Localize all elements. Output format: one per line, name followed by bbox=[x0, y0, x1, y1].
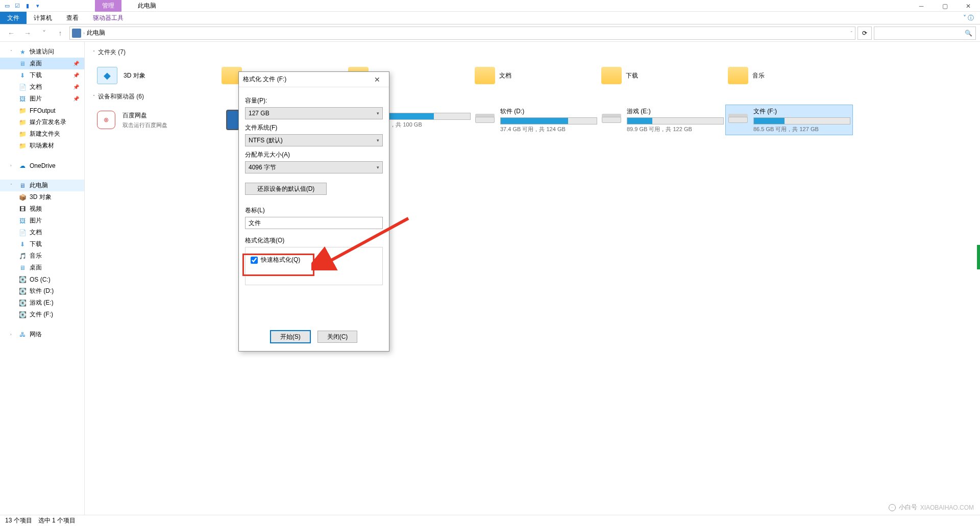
folder-icon bbox=[601, 67, 622, 84]
quick-format-input[interactable] bbox=[251, 257, 258, 264]
quick-format-checkbox[interactable]: 快速格式化(Q) bbox=[251, 256, 377, 264]
status-selected: 选中 1 个项目 bbox=[38, 516, 76, 525]
ribbon-expand-icon[interactable]: ˅ ⓘ bbox=[963, 12, 980, 24]
filesystem-select[interactable]: NTFS (默认)▾ bbox=[245, 134, 383, 146]
sidebar-documents2[interactable]: 📄文档 bbox=[0, 227, 84, 238]
status-bar: 13 个项目 选中 1 个项目 bbox=[0, 515, 980, 526]
close-dialog-button[interactable]: 关闭(C) bbox=[317, 331, 358, 343]
allocation-label: 分配单元大小(A) bbox=[245, 151, 383, 159]
title-bar: ▭ ☑ ▮ ▾ 管理 此电脑 ─ ▢ ✕ bbox=[0, 0, 980, 12]
3d-icon: 📦 bbox=[18, 193, 27, 202]
chevron-down-icon: ▾ bbox=[377, 138, 379, 143]
tab-view[interactable]: 查看 bbox=[59, 12, 86, 24]
close-button[interactable]: ✕ bbox=[957, 0, 980, 12]
drive-d[interactable]: 软件 (D:)37.4 GB 可用，共 124 GB bbox=[473, 105, 599, 135]
network-icon: 🖧 bbox=[18, 331, 27, 339]
disk-icon: 💽 bbox=[18, 311, 27, 319]
drive-e[interactable]: 游戏 (E:)89.9 GB 可用，共 122 GB bbox=[599, 105, 726, 135]
volume-input[interactable] bbox=[245, 217, 383, 229]
capacity-select[interactable]: 127 GB▾ bbox=[245, 107, 383, 119]
document-icon: 📄 bbox=[18, 83, 27, 91]
folder-downloads[interactable]: 下载 bbox=[599, 61, 726, 90]
sidebar-ffoutput[interactable]: 📁FFOutput bbox=[0, 105, 84, 116]
capacity-label: 容量(P): bbox=[245, 96, 383, 105]
refresh-button[interactable]: ⟳ bbox=[857, 27, 872, 40]
disk-icon bbox=[728, 110, 748, 130]
qat-dropdown-icon[interactable]: ▾ bbox=[34, 2, 42, 10]
sidebar-media[interactable]: 📁媒介宣发名录 bbox=[0, 116, 84, 128]
disk-icon: 💽 bbox=[18, 299, 27, 307]
recent-dropdown[interactable]: ˅ bbox=[37, 26, 51, 40]
folder-documents[interactable]: 文档 bbox=[473, 61, 599, 90]
sidebar-videos[interactable]: 🎞视频 bbox=[0, 203, 84, 215]
folder-icon: 📁 bbox=[18, 130, 27, 138]
minimize-button[interactable]: ─ bbox=[910, 0, 933, 12]
music-icon: 🎵 bbox=[18, 252, 27, 260]
folder-icon: 📁 bbox=[18, 118, 27, 127]
scrollbar-marker bbox=[977, 245, 980, 269]
chevron-down-icon: ▾ bbox=[377, 165, 379, 170]
download-icon: ⬇ bbox=[18, 240, 27, 248]
dialog-close-button[interactable]: ✕ bbox=[370, 76, 385, 84]
disk-icon bbox=[601, 110, 622, 130]
sidebar-career[interactable]: 📁职场素材 bbox=[0, 140, 84, 152]
status-count: 13 个项目 bbox=[5, 516, 32, 525]
picture-icon: 🖼 bbox=[18, 217, 27, 225]
disk-icon: 💽 bbox=[18, 287, 27, 295]
sidebar-downloads2[interactable]: ⬇下载 bbox=[0, 238, 84, 250]
sidebar-documents[interactable]: 📄文档📌 bbox=[0, 81, 84, 93]
address-text: 此电脑 bbox=[87, 29, 105, 37]
folder-icon: 📁 bbox=[18, 107, 27, 115]
sidebar-downloads[interactable]: ⬇下载📌 bbox=[0, 69, 84, 81]
video-icon: 🎞 bbox=[18, 205, 27, 213]
desktop-icon: 🖥 bbox=[18, 264, 27, 272]
format-dialog: 格式化 文件 (F:) ✕ 容量(P): 127 GB▾ 文件系统(F) NTF… bbox=[238, 71, 389, 352]
sidebar-pictures2[interactable]: 🖼图片 bbox=[0, 215, 84, 227]
pin-icon: 📌 bbox=[73, 61, 79, 66]
sidebar-os-c[interactable]: 💽OS (C:) bbox=[0, 273, 84, 285]
tab-computer[interactable]: 计算机 bbox=[27, 12, 59, 24]
sidebar-onedrive[interactable]: ›☁OneDrive bbox=[0, 160, 84, 171]
group-folders[interactable]: ˅文件夹 (7) bbox=[93, 48, 972, 57]
sidebar-desktop2[interactable]: 🖥桌面 bbox=[0, 262, 84, 273]
drive-f[interactable]: 文件 (F:)86.5 GB 可用，共 127 GB bbox=[726, 105, 852, 135]
sidebar-soft-d[interactable]: 💽软件 (D:) bbox=[0, 285, 84, 297]
qat-checkbox-icon[interactable]: ☑ bbox=[13, 2, 21, 10]
sidebar-this-pc[interactable]: ˅🖥此电脑 bbox=[0, 180, 84, 191]
sidebar-game-e[interactable]: 💽游戏 (E:) bbox=[0, 297, 84, 309]
allocation-select[interactable]: 4096 字节▾ bbox=[245, 161, 383, 173]
sidebar-pictures[interactable]: 🖼图片📌 bbox=[0, 93, 84, 105]
window-title: 此电脑 bbox=[138, 2, 156, 10]
options-group: 快速格式化(Q) bbox=[245, 247, 383, 285]
star-icon: ★ bbox=[18, 48, 27, 56]
qat-separator: ▮ bbox=[23, 2, 32, 10]
tab-file[interactable]: 文件 bbox=[0, 12, 27, 24]
sidebar: ˅★快速访问 🖥桌面📌 ⬇下载📌 📄文档📌 🖼图片📌 📁FFOutput 📁媒介… bbox=[0, 42, 85, 515]
folder-music[interactable]: 音乐 bbox=[726, 61, 852, 90]
folder-3d-objects[interactable]: ◆3D 对象 bbox=[93, 61, 219, 90]
group-devices[interactable]: ˅设备和驱动器 (6) bbox=[93, 92, 972, 101]
drive-baidu[interactable]: ⊗ 百度网盘双击运行百度网盘 bbox=[93, 105, 219, 135]
disk-icon: 💽 bbox=[18, 275, 27, 284]
back-button[interactable]: ← bbox=[4, 26, 18, 40]
download-icon: ⬇ bbox=[18, 71, 27, 80]
address-box[interactable]: › 此电脑 ˅ bbox=[69, 27, 855, 40]
dialog-title: 格式化 文件 (F:) bbox=[243, 75, 286, 84]
address-dropdown-icon[interactable]: ˅ bbox=[850, 31, 853, 36]
search-box[interactable]: 🔍 bbox=[874, 27, 976, 40]
forward-button[interactable]: → bbox=[20, 26, 35, 40]
sidebar-3d-objects[interactable]: 📦3D 对象 bbox=[0, 191, 84, 203]
up-button[interactable]: ↑ bbox=[53, 26, 67, 40]
sidebar-quick-access[interactable]: ˅★快速访问 bbox=[0, 46, 84, 58]
sidebar-newfolder[interactable]: 📁新建文件夹 bbox=[0, 128, 84, 140]
sidebar-file-f[interactable]: 💽文件 (F:) bbox=[0, 309, 84, 320]
chevron-down-icon: ▾ bbox=[377, 111, 379, 116]
restore-defaults-button[interactable]: 还原设备的默认值(D) bbox=[245, 183, 327, 195]
sidebar-music[interactable]: 🎵音乐 bbox=[0, 250, 84, 262]
maximize-button[interactable]: ▢ bbox=[933, 0, 957, 12]
start-button[interactable]: 开始(S) bbox=[271, 331, 310, 343]
watermark: · 小白号 XIAOBAIHAO.COM bbox=[889, 503, 974, 512]
sidebar-network[interactable]: ›🖧网络 bbox=[0, 329, 84, 340]
sidebar-desktop[interactable]: 🖥桌面📌 bbox=[0, 58, 84, 69]
tab-drive-tools[interactable]: 驱动器工具 bbox=[86, 12, 131, 24]
